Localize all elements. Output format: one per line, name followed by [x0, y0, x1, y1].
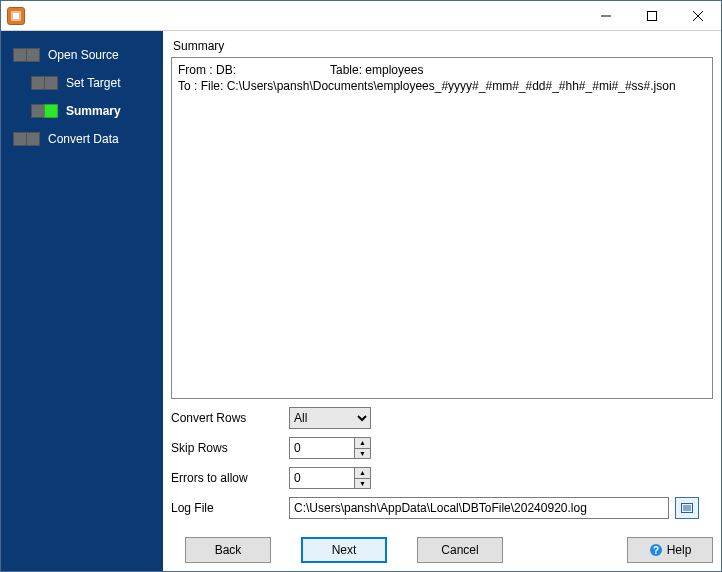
- summary-from-table: Table: employees: [330, 62, 423, 78]
- browse-icon: [680, 501, 694, 515]
- titlebar: [1, 1, 721, 31]
- spin-down-icon[interactable]: ▼: [355, 479, 370, 489]
- log-file-label: Log File: [171, 501, 289, 515]
- maximize-icon: [647, 11, 657, 21]
- summary-to-file: To : File: C:\Users\pansh\Documents\empl…: [178, 78, 706, 94]
- spinner-arrows: ▲ ▼: [354, 468, 370, 488]
- close-icon: [693, 11, 703, 21]
- summary-from-db: From : DB:: [178, 62, 330, 78]
- skip-rows-stepper[interactable]: ▲ ▼: [289, 437, 371, 459]
- step-marker-icon: [31, 104, 45, 118]
- step-label: Convert Data: [48, 132, 119, 146]
- spin-up-icon[interactable]: ▲: [355, 468, 370, 479]
- step-status-icon: [44, 76, 58, 90]
- skip-rows-input[interactable]: [290, 438, 354, 458]
- back-button[interactable]: Back: [185, 537, 271, 563]
- errors-input[interactable]: [290, 468, 354, 488]
- step-set-target[interactable]: Set Target: [5, 69, 159, 97]
- main-panel: Summary From : DB: Table: employees To :…: [163, 31, 721, 571]
- convert-rows-label: Convert Rows: [171, 411, 289, 425]
- summary-heading: Summary: [171, 37, 713, 57]
- spinner-arrows: ▲ ▼: [354, 438, 370, 458]
- errors-row: Errors to allow ▲ ▼: [171, 467, 713, 489]
- step-marker-icon: [13, 48, 27, 62]
- log-file-browse-button[interactable]: [675, 497, 699, 519]
- svg-text:?: ?: [653, 545, 659, 556]
- button-bar: Back Next Cancel ? Help: [171, 537, 713, 563]
- next-button[interactable]: Next: [301, 537, 387, 563]
- minimize-icon: [601, 11, 611, 21]
- skip-rows-row: Skip Rows ▲ ▼: [171, 437, 713, 459]
- step-label: Set Target: [66, 76, 120, 90]
- errors-stepper[interactable]: ▲ ▼: [289, 467, 371, 489]
- wizard-sidebar: Open Source Set Target Summary Convert D…: [1, 31, 163, 571]
- spin-down-icon[interactable]: ▼: [355, 449, 370, 459]
- convert-rows-row: Convert Rows All: [171, 407, 713, 429]
- step-status-icon: [44, 104, 58, 118]
- log-file-input[interactable]: [289, 497, 669, 519]
- step-summary[interactable]: Summary: [5, 97, 159, 125]
- maximize-button[interactable]: [629, 1, 675, 31]
- svg-rect-1: [13, 13, 19, 19]
- minimize-button[interactable]: [583, 1, 629, 31]
- log-file-row: Log File: [171, 497, 713, 519]
- close-button[interactable]: [675, 1, 721, 31]
- cancel-button[interactable]: Cancel: [417, 537, 503, 563]
- summary-text: From : DB: Table: employees To : File: C…: [171, 57, 713, 399]
- step-status-icon: [26, 132, 40, 146]
- convert-rows-select[interactable]: All: [289, 407, 371, 429]
- wizard-window: Open Source Set Target Summary Convert D…: [0, 0, 722, 572]
- spin-up-icon[interactable]: ▲: [355, 438, 370, 449]
- help-icon: ?: [649, 543, 663, 557]
- step-marker-icon: [13, 132, 27, 146]
- step-marker-icon: [31, 76, 45, 90]
- step-open-source[interactable]: Open Source: [5, 41, 159, 69]
- help-button[interactable]: ? Help: [627, 537, 713, 563]
- step-status-icon: [26, 48, 40, 62]
- step-label: Open Source: [48, 48, 119, 62]
- step-label: Summary: [66, 104, 121, 118]
- errors-label: Errors to allow: [171, 471, 289, 485]
- skip-rows-label: Skip Rows: [171, 441, 289, 455]
- step-convert-data[interactable]: Convert Data: [5, 125, 159, 153]
- svg-rect-3: [648, 11, 657, 20]
- app-icon: [7, 7, 25, 25]
